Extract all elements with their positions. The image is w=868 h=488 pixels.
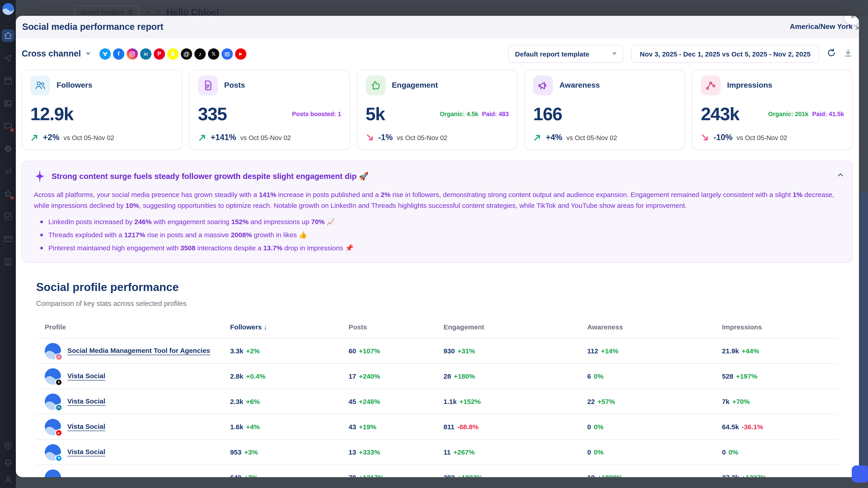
ai-bullet: Threads exploded with a 1217% rise in po… bbox=[40, 231, 840, 239]
download-icon[interactable] bbox=[844, 48, 852, 59]
cell-posts: 45 bbox=[348, 398, 356, 405]
card-label: Engagement bbox=[392, 81, 438, 90]
trend-up-icon bbox=[30, 133, 39, 142]
section-subtitle: Comparison of key stats across selected … bbox=[36, 300, 838, 308]
vista-social-logo bbox=[2, 3, 14, 15]
cell-followers-change: +2% bbox=[244, 474, 258, 477]
cell-engagement: 11 bbox=[443, 448, 451, 456]
profile-link[interactable]: Vista Social bbox=[67, 448, 105, 457]
bluesky-icon bbox=[99, 48, 111, 59]
media-icon[interactable] bbox=[3, 98, 13, 108]
channel-selector[interactable]: Cross channel bbox=[22, 49, 91, 59]
cell-awareness-change: +14% bbox=[601, 347, 618, 355]
user-avatar-icon[interactable] bbox=[3, 475, 13, 484]
col-posts[interactable]: Posts bbox=[348, 323, 443, 331]
tasks-icon[interactable] bbox=[3, 212, 13, 221]
cell-followers: 1.6k bbox=[230, 423, 243, 431]
report-template-select[interactable]: Default report template bbox=[508, 45, 624, 63]
cell-awareness-change: 0% bbox=[594, 448, 603, 456]
youtube-badge-icon: ▶ bbox=[55, 429, 62, 436]
trend-up-icon bbox=[533, 133, 542, 142]
col-engagement[interactable]: Engagement bbox=[443, 323, 587, 331]
chat-widget-button[interactable] bbox=[852, 465, 868, 483]
report-modal: × Social media performance report Americ… bbox=[16, 16, 859, 477]
company-icon[interactable] bbox=[3, 257, 13, 267]
cell-followers-change: +6% bbox=[246, 398, 260, 405]
cell-followers: 3.3k bbox=[230, 347, 243, 355]
date-range-button[interactable]: Nov 3, 2025 - Dec 1, 2025 vs Oct 5, 2025… bbox=[631, 45, 819, 63]
col-awareness[interactable]: Awareness bbox=[587, 323, 722, 331]
sparkle-icon bbox=[34, 170, 46, 182]
cell-followers-change: +4% bbox=[246, 423, 260, 431]
organic-label: Organic: 201k bbox=[768, 111, 809, 118]
cell-engagement: 811 bbox=[443, 423, 454, 431]
col-profile[interactable]: Profile bbox=[45, 323, 230, 331]
ai-summary-paragraph: Across all platforms, your social media … bbox=[34, 189, 840, 211]
profile-link[interactable]: Vista Social bbox=[67, 397, 105, 406]
connect-icon[interactable] bbox=[3, 144, 13, 154]
cell-awareness: 112 bbox=[587, 347, 598, 355]
card-change: +4% bbox=[546, 133, 562, 142]
menu-icon[interactable]: ≡ bbox=[146, 8, 150, 16]
collapse-chevron-up-icon[interactable] bbox=[837, 171, 844, 180]
cell-followers: 2.8k bbox=[230, 372, 243, 380]
profile-avatar: in bbox=[45, 394, 61, 410]
card-label: Followers bbox=[57, 81, 92, 90]
analytics-icon[interactable] bbox=[3, 166, 13, 176]
ai-bullet: LinkedIn posts increased by 246% with en… bbox=[40, 218, 840, 226]
col-impressions[interactable]: Impressions bbox=[722, 323, 838, 331]
cell-impressions-change: +1237% bbox=[742, 474, 767, 477]
x-icon: 𝕏 bbox=[208, 48, 219, 59]
cell-engagement: 930 bbox=[443, 347, 455, 355]
notifications-bell-icon[interactable] bbox=[3, 457, 13, 467]
cell-posts-change: +333% bbox=[359, 448, 380, 456]
billing-icon[interactable] bbox=[3, 234, 13, 244]
profile-link[interactable]: Social Media Management Tool for Agencie… bbox=[67, 347, 210, 355]
background-close-icon[interactable]: ✕ bbox=[855, 24, 861, 33]
cell-followers: 640 bbox=[230, 474, 241, 477]
publish-icon[interactable] bbox=[3, 53, 13, 63]
table-row: Vista Social 953+3% 13+333% 11+267% 00% … bbox=[36, 440, 838, 465]
cell-impressions: 27.2k bbox=[722, 474, 739, 477]
breadcrumb-separator: / bbox=[157, 8, 159, 16]
awareness-icon bbox=[533, 75, 553, 95]
timezone-label[interactable]: America/New York bbox=[790, 23, 852, 31]
ai-summary-panel: Strong content surge fuels steady follow… bbox=[22, 161, 852, 263]
cell-posts-change: +19% bbox=[359, 423, 376, 431]
cell-posts-change: +240% bbox=[359, 372, 380, 380]
cell-posts-change: +107% bbox=[359, 347, 380, 355]
facebook-icon: f bbox=[113, 48, 124, 59]
notification-dot bbox=[10, 128, 14, 132]
instagram-badge-icon bbox=[55, 353, 62, 361]
notification-dot bbox=[10, 196, 14, 200]
cell-followers-change: +0.4% bbox=[246, 372, 266, 380]
calendar-icon[interactable] bbox=[3, 76, 13, 86]
cell-engagement-change: +31% bbox=[458, 347, 475, 355]
impressions-card: Impressions 243k Organic: 201k Paid: 41.… bbox=[692, 70, 852, 150]
profile-avatar: ▶ bbox=[45, 419, 61, 435]
bullet-dot bbox=[40, 247, 43, 250]
google-business-icon bbox=[221, 48, 233, 59]
refresh-icon[interactable] bbox=[827, 48, 836, 59]
profile-avatar: X bbox=[45, 368, 61, 385]
tiktok-icon: ♪ bbox=[194, 48, 206, 59]
paid-label: Paid: 483 bbox=[482, 111, 509, 118]
reviews-icon[interactable] bbox=[3, 189, 13, 199]
linkedin-badge-icon: in bbox=[55, 404, 62, 411]
inbox-chat-icon[interactable] bbox=[3, 121, 13, 131]
section-title: Social profile performance bbox=[36, 281, 838, 294]
profile-link[interactable]: Vista Social bbox=[67, 372, 105, 381]
channel-selector-label: Cross channel bbox=[22, 49, 81, 59]
trend-up-icon bbox=[198, 133, 207, 142]
bluesky-badge-icon bbox=[55, 455, 62, 462]
dimmed-page-header: Select Profiles ⇅ ≡ / Hello Chloe! bbox=[16, 0, 868, 16]
home-icon[interactable] bbox=[2, 29, 14, 42]
profile-link[interactable]: Vista Social bbox=[67, 423, 105, 431]
add-profile-icon[interactable] bbox=[3, 440, 13, 450]
col-followers-sorted[interactable]: Followers ↓ bbox=[230, 323, 348, 331]
profile-avatar bbox=[45, 444, 61, 460]
card-label: Posts bbox=[224, 81, 245, 90]
cell-posts-change: +1217% bbox=[359, 474, 384, 477]
cell-engagement-change: +180% bbox=[454, 372, 475, 380]
ai-bullet: Pinterest maintained high engagement wit… bbox=[40, 244, 840, 252]
